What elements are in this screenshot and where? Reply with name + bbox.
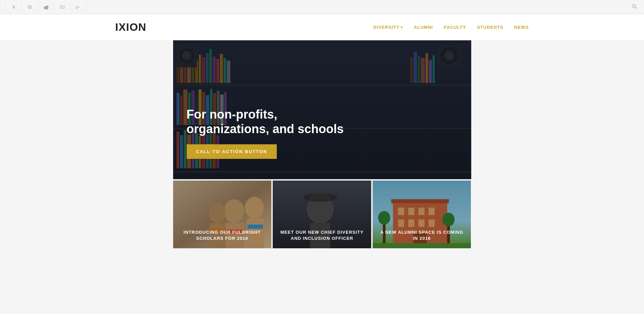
svg-point-1	[29, 6, 30, 7]
site-logo[interactable]: IXION	[115, 21, 146, 34]
card-diversity-title: MEET OUR NEW CHIEF DIVERSITY AND INCLUSI…	[278, 229, 366, 242]
twitter-icon[interactable]	[38, 2, 54, 12]
chevron-down-icon: ▾	[401, 25, 403, 29]
hero-content: For non-profits, organizations, and scho…	[187, 107, 363, 159]
card-alumni[interactable]: A NEW ALUMNI SPACE IS COMING IN 2016	[373, 181, 471, 248]
main-header: IXION DIVERSITY ▾ ALUMNI FACULTY STUDENT…	[0, 14, 644, 40]
card-fulbright[interactable]: INTRODUCING OUR FULBRIGHT SCHOLARS FOR 2…	[173, 181, 272, 248]
search-icon[interactable]	[632, 4, 637, 11]
card-alumni-text: A NEW ALUMNI SPACE IS COMING IN 2016	[373, 223, 471, 248]
instagram-icon[interactable]	[22, 2, 38, 12]
nav-alumni[interactable]: ALUMNI	[414, 25, 433, 30]
hero-section: For non-profits, organizations, and scho…	[173, 40, 471, 179]
google-plus-icon[interactable]: g+	[70, 2, 87, 12]
social-bar: g+	[0, 0, 644, 14]
cards-section: INTRODUCING OUR FULBRIGHT SCHOLARS FOR 2…	[173, 179, 471, 248]
card-diversity[interactable]: MEET OUR NEW CHIEF DIVERSITY AND INCLUSI…	[273, 181, 371, 248]
nav-faculty[interactable]: FACULTY	[444, 25, 466, 30]
card-alumni-title: A NEW ALUMNI SPACE IS COMING IN 2016	[378, 229, 466, 242]
facebook-icon[interactable]	[5, 2, 22, 12]
youtube-icon[interactable]	[54, 2, 70, 12]
nav-students[interactable]: STUDENTS	[477, 25, 503, 30]
main-nav: DIVERSITY ▾ ALUMNI FACULTY STUDENTS NEWS	[373, 25, 529, 30]
card-diversity-text: MEET OUR NEW CHIEF DIVERSITY AND INCLUSI…	[273, 223, 371, 248]
svg-marker-4	[62, 6, 63, 7]
nav-news[interactable]: NEWS	[514, 25, 529, 30]
social-icons-group: g+	[5, 2, 87, 12]
svg-line-7	[635, 7, 637, 9]
nav-diversity[interactable]: DIVERSITY ▾	[373, 25, 403, 30]
svg-point-2	[30, 6, 31, 6]
svg-point-6	[632, 4, 636, 7]
hero-cta-button[interactable]: CALL-TO-ACTION BUTTON	[187, 144, 277, 159]
card-fulbright-text: INTRODUCING OUR FULBRIGHT SCHOLARS FOR 2…	[173, 223, 272, 248]
card-fulbright-title: INTRODUCING OUR FULBRIGHT SCHOLARS FOR 2…	[179, 229, 266, 242]
hero-title: For non-profits, organizations, and scho…	[187, 107, 363, 136]
svg-text:g+: g+	[76, 5, 80, 9]
